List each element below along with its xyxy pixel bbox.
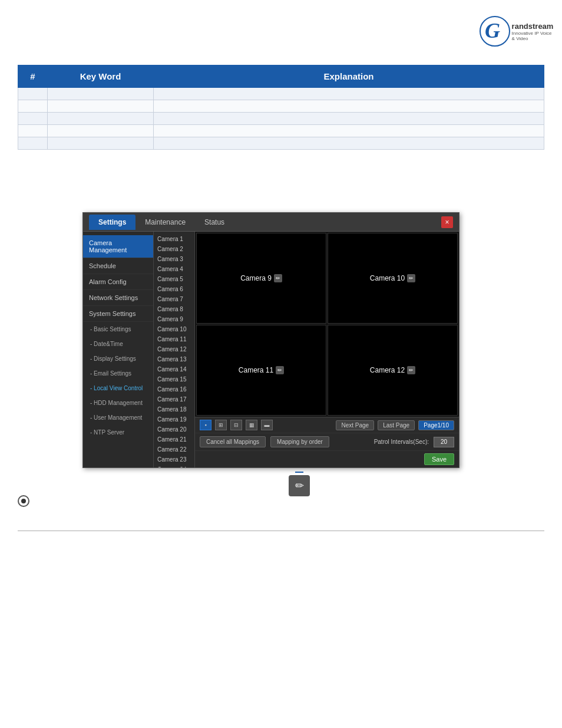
- dvr-camera-grid: Camera 9 ✏ Camera 10 ✏ Camera 11 ✏ Camer…: [195, 232, 459, 417]
- camera-list-item[interactable]: Camera 12: [154, 344, 194, 354]
- camera-list-item[interactable]: Camera 24: [154, 465, 194, 467]
- dvr-main-view: Camera 9 ✏ Camera 10 ✏ Camera 11 ✏ Camer…: [195, 232, 459, 467]
- dvr-footer: Cancel all Mappings Mapping by order Pat…: [195, 433, 459, 450]
- dvr-interface: Settings Maintenance Status × Camera Man…: [82, 212, 459, 468]
- camera-list-item[interactable]: Camera 10: [154, 324, 194, 334]
- dvr-menu-item[interactable]: Network Settings: [83, 290, 153, 306]
- camera-cell-label: Camera 10 ✏: [370, 274, 415, 282]
- row-hash: [18, 137, 48, 150]
- tab-status[interactable]: Status: [195, 215, 234, 230]
- mapping-by-order-button[interactable]: Mapping by order: [270, 436, 329, 447]
- layout-1x1-btn[interactable]: ▪: [200, 420, 211, 430]
- camera-list-item[interactable]: Camera 16: [154, 384, 194, 394]
- camera-list-item[interactable]: Camera 2: [154, 244, 194, 254]
- next-page-button[interactable]: Next Page: [336, 420, 374, 430]
- camera-list-item[interactable]: Camera 15: [154, 374, 194, 384]
- dvr-camera-list: Camera 1Camera 2Camera 3Camera 4Camera 5…: [154, 232, 195, 467]
- row-hash: [18, 113, 48, 125]
- camera-list-item[interactable]: Camera 22: [154, 444, 194, 454]
- camera-edit-icon[interactable]: ✏: [274, 274, 282, 282]
- table-row: [18, 88, 544, 100]
- patrol-interval-input[interactable]: [434, 437, 454, 447]
- dvr-submenu-item[interactable]: - HDD Management: [83, 396, 153, 410]
- layout-2x2-btn[interactable]: ⊞: [215, 420, 227, 430]
- table-row: [18, 100, 544, 113]
- dvr-menu-item[interactable]: Schedule: [83, 258, 153, 274]
- layout-4x4-btn[interactable]: ▦: [246, 420, 257, 430]
- row-hash: [18, 88, 48, 100]
- col-explanation-header: Explanation: [154, 65, 544, 88]
- dvr-layout-controls: ▪ ⊞ ⊟ ▦ ▬ Next Page Last Page Page1/10: [195, 417, 459, 433]
- camera-list-item[interactable]: Camera 8: [154, 304, 194, 314]
- dvr-submenu-item[interactable]: - Display Settings: [83, 351, 153, 366]
- camera-edit-icon[interactable]: ✏: [407, 366, 415, 374]
- camera-cell: Camera 11 ✏: [196, 325, 326, 416]
- camera-list-item[interactable]: Camera 23: [154, 454, 194, 465]
- camera-list-item[interactable]: Camera 1: [154, 234, 194, 244]
- camera-list-item[interactable]: Camera 19: [154, 414, 194, 424]
- bullet-section: [18, 495, 29, 507]
- row-explanation: [154, 100, 544, 113]
- camera-list-item[interactable]: Camera 5: [154, 274, 194, 284]
- dvr-menu-item[interactable]: Alarm Config: [83, 274, 153, 290]
- patrol-label: Patrol Intervals(Sec):: [374, 439, 429, 445]
- dvr-submenu-item[interactable]: - Basic Settings: [83, 322, 153, 337]
- dvr-submenu-item[interactable]: - Email Settings: [83, 366, 153, 381]
- dvr-submenu-item[interactable]: - Local View Control: [83, 381, 153, 396]
- tab-maintenance[interactable]: Maintenance: [135, 215, 195, 230]
- camera-list-item[interactable]: Camera 21: [154, 434, 194, 444]
- tab-settings[interactable]: Settings: [89, 215, 135, 230]
- camera-list-item[interactable]: Camera 13: [154, 354, 194, 364]
- dvr-menu-item[interactable]: Camera Management: [83, 235, 153, 258]
- dvr-close-button[interactable]: ×: [441, 216, 453, 228]
- keyword-table-section: # Key Word Explanation: [18, 65, 544, 150]
- camera-list-item[interactable]: Camera 3: [154, 254, 194, 264]
- page-indicator: Page1/10: [418, 420, 454, 430]
- dvr-menu-item[interactable]: System Settings: [83, 306, 153, 322]
- camera-cell-label: Camera 9 ✏: [240, 274, 282, 282]
- camera-edit-icon[interactable]: ✏: [407, 274, 415, 282]
- layout-3x3-btn[interactable]: ⊟: [230, 420, 242, 430]
- dvr-save-row: Save: [195, 450, 459, 467]
- table-row: [18, 137, 544, 150]
- bullet-dot: [21, 499, 26, 503]
- pencil-icon: ✏: [295, 479, 304, 492]
- dvr-tab-bar: Settings Maintenance Status ×: [83, 213, 459, 232]
- row-keyword: [48, 125, 154, 137]
- logo-tagline: Innovative IP Voice & Video: [512, 31, 554, 41]
- layout-custom-btn[interactable]: ▬: [261, 420, 273, 430]
- row-explanation: [154, 137, 544, 150]
- dvr-submenu-item[interactable]: - User Management: [83, 410, 153, 425]
- last-page-button[interactable]: Last Page: [378, 420, 415, 430]
- camera-list-item[interactable]: Camera 4: [154, 264, 194, 274]
- camera-cell: Camera 12 ✏: [328, 325, 458, 416]
- col-keyword-header: Key Word: [48, 65, 154, 88]
- edit-icon-section: ✏: [289, 472, 310, 496]
- dvr-sidebar: Camera ManagementScheduleAlarm ConfigNet…: [83, 232, 154, 467]
- dvr-submenu-item[interactable]: - NTP Server: [83, 425, 153, 440]
- camera-cell: Camera 10 ✏: [328, 233, 458, 324]
- row-hash: [18, 100, 48, 113]
- camera-cell-label: Camera 11 ✏: [239, 366, 284, 374]
- row-keyword: [48, 113, 154, 125]
- camera-list-item[interactable]: Camera 14: [154, 364, 194, 374]
- camera-list-item[interactable]: Camera 11: [154, 334, 194, 344]
- dvr-submenu-item[interactable]: - Date&Time: [83, 337, 153, 351]
- camera-list-item[interactable]: Camera 6: [154, 284, 194, 294]
- keyword-table: # Key Word Explanation: [18, 65, 544, 150]
- edit-icon-box[interactable]: ✏: [289, 475, 310, 496]
- camera-edit-icon[interactable]: ✏: [276, 366, 284, 374]
- row-keyword: [48, 88, 154, 100]
- camera-cell: Camera 9 ✏: [196, 233, 326, 324]
- dash-line: [295, 472, 303, 473]
- camera-list-item[interactable]: Camera 20: [154, 424, 194, 434]
- cancel-mappings-button[interactable]: Cancel all Mappings: [200, 436, 266, 447]
- save-button[interactable]: Save: [424, 453, 454, 465]
- camera-list-item[interactable]: Camera 17: [154, 394, 194, 404]
- camera-list-item[interactable]: Camera 18: [154, 404, 194, 414]
- camera-list-item[interactable]: Camera 9: [154, 314, 194, 324]
- camera-list-item[interactable]: Camera 7: [154, 294, 194, 304]
- table-row: [18, 113, 544, 125]
- svg-text:G: G: [485, 19, 500, 42]
- dvr-body: Camera ManagementScheduleAlarm ConfigNet…: [83, 232, 459, 467]
